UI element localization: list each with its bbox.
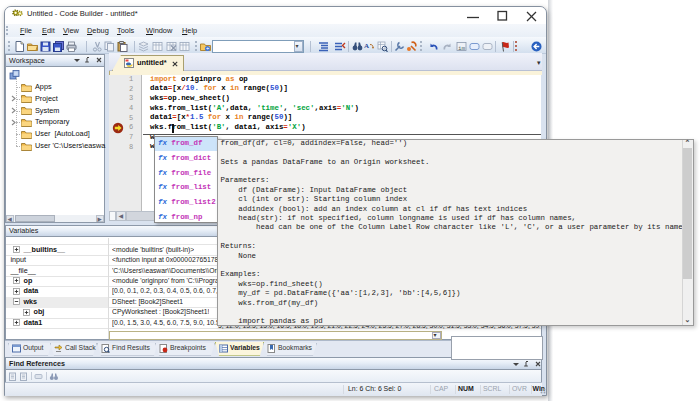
svg-text:A: A <box>364 42 369 50</box>
svg-text:im: im <box>458 45 466 52</box>
